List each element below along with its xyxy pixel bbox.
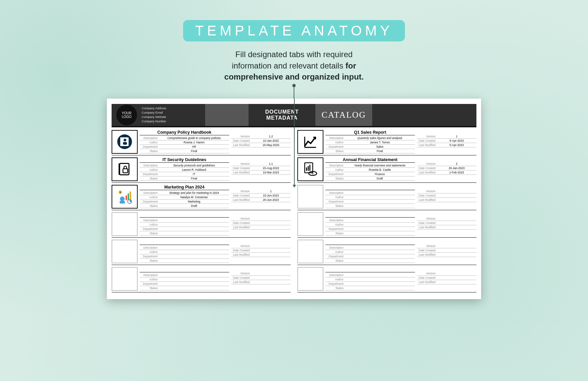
row-description: Description — [325, 218, 415, 223]
row-department: DepartmentMarketing — [140, 200, 229, 204]
row-version: Version — [417, 189, 476, 194]
company-number: Company Number — [142, 120, 205, 123]
row-status: StatusFinal — [140, 149, 229, 153]
row-author: AuthorNatalya W. Cressman — [140, 195, 229, 200]
empty-icon — [297, 185, 323, 209]
chart-icon — [297, 130, 323, 154]
row-author: AuthorRosina J. Hamm — [140, 140, 229, 145]
subtitle-line1: Fill designated tabs with required — [236, 50, 353, 59]
row-version: Version1.2 — [231, 134, 291, 139]
card-content: Description Author Department Status Ver… — [140, 267, 291, 291]
row-date-created: Date Created — [231, 221, 291, 225]
svg-rect-8 — [119, 163, 120, 175]
row-version: Version — [231, 244, 291, 248]
card-content: Marketing Plan 2024 DescriptionStrategy … — [140, 185, 291, 209]
card-content: Description Author Department Status Ver… — [325, 212, 476, 236]
header-spacer — [205, 104, 249, 126]
row-last-modified: Last Modified — [417, 280, 476, 284]
row-version: Version1 — [231, 189, 291, 194]
row-author: Author — [325, 250, 415, 254]
card-content: Description Author Department Status Ver… — [325, 240, 476, 263]
row-author: Author — [325, 277, 415, 282]
row-status: StatusFinal — [325, 149, 415, 153]
row-version: Version — [231, 217, 291, 221]
row-last-modified: Last Modified — [231, 253, 291, 257]
card-content: Description Author Department Status Ver… — [140, 240, 291, 263]
security-icon — [112, 157, 138, 181]
empty-icon — [112, 267, 138, 291]
doc-title — [325, 185, 415, 190]
row-last-modified: Last Modified20-Jun-2023 — [231, 198, 291, 202]
row-date-created: Date Created — [231, 276, 291, 280]
row-department: Department — [140, 227, 229, 231]
template-sheet: YOUR LOGO Company Address Company Email … — [107, 99, 481, 299]
row-last-modified: Last Modified — [417, 198, 476, 202]
svg-rect-1 — [121, 137, 129, 146]
empty-card: Description Author Department Status Ver… — [297, 239, 476, 265]
empty-icon — [112, 212, 138, 236]
company-address: Company Address — [142, 107, 205, 110]
doc-title: Marketing Plan 2024 — [140, 185, 229, 190]
svg-rect-11 — [306, 167, 307, 171]
row-date-created: Date Created — [417, 248, 476, 253]
document-card: Company Policy Handbook DescriptionCompr… — [112, 129, 291, 155]
row-version: Version1.1 — [231, 162, 291, 166]
row-last-modified: Last Modified5-Apr-2023 — [417, 143, 476, 147]
svg-rect-17 — [120, 201, 125, 204]
row-department: DepartmentFinance — [325, 172, 415, 176]
row-last-modified: Last Modified — [417, 253, 476, 257]
company-fields: Company Address Company Email Company We… — [142, 104, 205, 126]
row-date-created: Date Created — [417, 194, 476, 198]
svg-point-16 — [120, 197, 125, 201]
row-version: Version — [231, 271, 291, 276]
row-date-created: Date Created20-Jan-2023 — [417, 166, 476, 170]
svg-text:$: $ — [312, 172, 314, 175]
card-content: Annual Financial Statement DescriptionYe… — [325, 157, 476, 181]
pointer-arrow — [294, 99, 295, 185]
row-description: Description — [325, 246, 415, 250]
row-department: DepartmentHR — [140, 145, 229, 149]
row-department: Department — [325, 254, 415, 259]
row-description: Description — [140, 273, 229, 277]
pointer-line — [294, 86, 294, 99]
svg-rect-19 — [128, 194, 129, 200]
doc-title — [325, 267, 415, 272]
row-date-created: Date Created — [417, 221, 476, 225]
header-catalog: CATALOG — [315, 104, 372, 126]
row-status: StatusDraft — [325, 176, 415, 181]
row-date-created: Date Created5-Apr-2023 — [417, 139, 476, 143]
row-description: Description — [325, 273, 415, 277]
subtitle-line2b: for — [345, 61, 356, 70]
svg-rect-13 — [309, 165, 310, 171]
handbook-icon — [112, 130, 138, 154]
row-description: Description — [140, 218, 229, 223]
row-author: AuthorJames T. Torres — [325, 140, 415, 145]
svg-point-3 — [124, 139, 126, 141]
empty-card: Description Author Department Status Ver… — [297, 212, 476, 238]
row-author: AuthorLauren R. Hubbard — [140, 168, 229, 172]
doc-title: Q1 Sales Report — [325, 130, 415, 135]
doc-title: Company Policy Handbook — [140, 130, 229, 135]
row-status: Status — [140, 231, 229, 236]
row-department: Department — [140, 254, 229, 259]
row-description: DescriptionQuarterly sales figures and a… — [325, 136, 415, 140]
marketing-icon: $ — [112, 185, 138, 209]
row-description: DescriptionStrategy and plan for marketi… — [140, 191, 229, 195]
empty-icon — [297, 267, 323, 291]
card-content: IT Security Guidelines DescriptionSecuri… — [140, 157, 291, 181]
row-last-modified: Last Modified — [231, 225, 291, 230]
row-last-modified: Last Modified15-May-2023 — [231, 143, 291, 147]
row-author: Author — [325, 195, 415, 200]
doc-title — [325, 212, 415, 218]
row-version: Version — [417, 244, 476, 248]
svg-rect-2 — [120, 137, 122, 146]
card-content: Q1 Sales Report DescriptionQuarterly sal… — [325, 130, 476, 154]
row-date-created: Date Created10-Jan-2022 — [231, 139, 291, 143]
row-description: DescriptionYearly financial overview and… — [325, 163, 415, 168]
header-title: DOCUMENT METADATA — [249, 104, 315, 126]
doc-title — [140, 212, 229, 218]
row-department: DepartmentSales — [325, 145, 415, 149]
logo-cell: YOUR LOGO — [112, 104, 142, 126]
row-last-modified: Last Modified10-Mar-2023 — [231, 170, 291, 175]
card-content: Description Author Department Status Ver… — [140, 212, 291, 236]
